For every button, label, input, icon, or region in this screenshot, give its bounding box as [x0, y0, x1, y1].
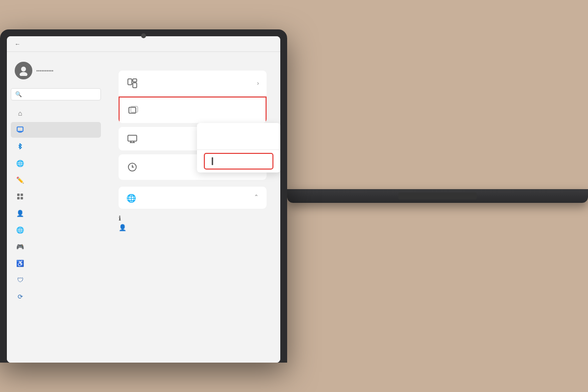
avatar [15, 62, 32, 79]
ancoraggio-control: › [257, 80, 259, 87]
svg-rect-3 [19, 132, 22, 133]
sidebar-item-personalizzazione[interactable]: ✏️ [11, 172, 101, 188]
privacy-icon: 🛡 [16, 275, 24, 284]
svg-rect-9 [21, 197, 23, 199]
minimize-button[interactable] [207, 36, 229, 52]
camera-notch [141, 33, 146, 38]
main-area-wrapper: › [105, 52, 280, 363]
non-mostrare-option[interactable] [204, 153, 273, 170]
search-input[interactable] [25, 92, 97, 98]
bluetooth-icon [16, 142, 24, 151]
personalizzazione-icon: ✏️ [16, 175, 24, 184]
screen-bezel: ← •••• [7, 36, 280, 363]
ancoraggio-card: › [119, 71, 267, 123]
non-mostrare-bar-icon [212, 157, 213, 165]
dropdown-option-20[interactable] [197, 123, 280, 132]
back-button[interactable]: ← [13, 39, 23, 49]
footer-links: ℹ 👤 [119, 215, 267, 231]
main-content: › [105, 52, 280, 363]
laptop-base [287, 189, 588, 203]
accessibilita-icon: ♿ [16, 259, 24, 268]
dropdown-options [197, 123, 280, 172]
sidebar-item-giochi[interactable]: 🎮 [11, 239, 101, 254]
sidebar-item-account[interactable]: 👤 [11, 205, 101, 221]
sidebar: •••••••••• 🔍 ⌂ [7, 52, 105, 363]
support-card: 🌐 ⌃ [119, 187, 267, 209]
sidebar-item-data[interactable]: 🌐 [11, 222, 101, 238]
ancoraggio-row[interactable]: › [119, 71, 267, 97]
sistema-icon [16, 125, 24, 134]
sidebar-item-home[interactable]: ⌂ [11, 105, 101, 121]
svg-point-1 [20, 72, 27, 76]
chevron-right-icon: › [257, 80, 259, 87]
footer-link-informazioni[interactable]: ℹ [119, 215, 267, 222]
svg-rect-11 [133, 79, 137, 82]
dropdown-option-3[interactable] [197, 141, 280, 149]
home-icon: ⌂ [16, 109, 24, 118]
feedback-icon: 👤 [119, 224, 126, 231]
restore-button[interactable] [229, 36, 252, 52]
search-icon: 🔍 [15, 91, 22, 98]
sidebar-item-bluetooth[interactable] [11, 139, 101, 154]
sidebar-item-privacy[interactable]: 🛡 [11, 272, 101, 288]
support-globe-icon: 🌐 [126, 194, 136, 203]
window-controls [207, 36, 274, 52]
svg-point-0 [21, 67, 26, 72]
laptop-shell: ← •••• [0, 29, 287, 363]
user-profile[interactable]: •••••••••• [11, 58, 101, 85]
mostra-schede-text [146, 110, 258, 111]
mostra-schede-row[interactable] [119, 97, 267, 123]
footer-link-feedback[interactable]: 👤 [119, 224, 267, 231]
desktop-icon [126, 133, 138, 145]
non-mostrare-container[interactable] [197, 149, 280, 172]
settings-window: ← •••• [7, 36, 280, 363]
svg-point-22 [132, 167, 133, 168]
desktop-title [126, 133, 144, 145]
windows-update-icon: ⟳ [16, 292, 24, 301]
support-section: 🌐 ⌃ [119, 187, 267, 209]
support-content [142, 193, 248, 196]
trackpad [398, 193, 477, 199]
scuotimento-icon [126, 161, 138, 173]
dropdown-option-5[interactable] [197, 132, 280, 141]
info-icon: ℹ [119, 215, 121, 222]
svg-rect-10 [128, 79, 132, 85]
svg-rect-2 [17, 127, 23, 131]
sidebar-item-windows-update[interactable]: ⟳ [11, 289, 101, 304]
user-email: •••••••••• [36, 68, 53, 74]
svg-rect-6 [17, 194, 20, 196]
sidebar-item-accessibilita[interactable]: ♿ [11, 255, 101, 271]
svg-rect-12 [133, 83, 137, 88]
titlebar: ← [7, 36, 280, 52]
svg-rect-7 [21, 194, 23, 196]
rete-icon: 🌐 [16, 159, 24, 168]
svg-rect-8 [17, 197, 20, 199]
sidebar-item-rete[interactable]: 🌐 [11, 155, 101, 171]
support-chevron-icon: ⌃ [254, 194, 259, 200]
ancoraggio-text [145, 83, 250, 84]
app-icon [16, 192, 24, 201]
ancoraggio-icon [126, 77, 138, 89]
close-button[interactable] [252, 36, 274, 52]
sidebar-item-sistema[interactable] [11, 122, 101, 138]
data-icon: 🌐 [16, 225, 24, 234]
search-box[interactable]: 🔍 [11, 88, 101, 100]
window-body: •••••••••• 🔍 ⌂ [7, 52, 280, 363]
user-info: •••••••••• [36, 68, 53, 74]
giochi-icon: 🎮 [16, 242, 24, 251]
support-row: 🌐 ⌃ [119, 187, 267, 209]
account-icon: 👤 [16, 209, 24, 218]
mostra-schede-icon [127, 104, 139, 116]
sidebar-item-app[interactable] [11, 189, 101, 204]
svg-rect-15 [128, 135, 137, 141]
